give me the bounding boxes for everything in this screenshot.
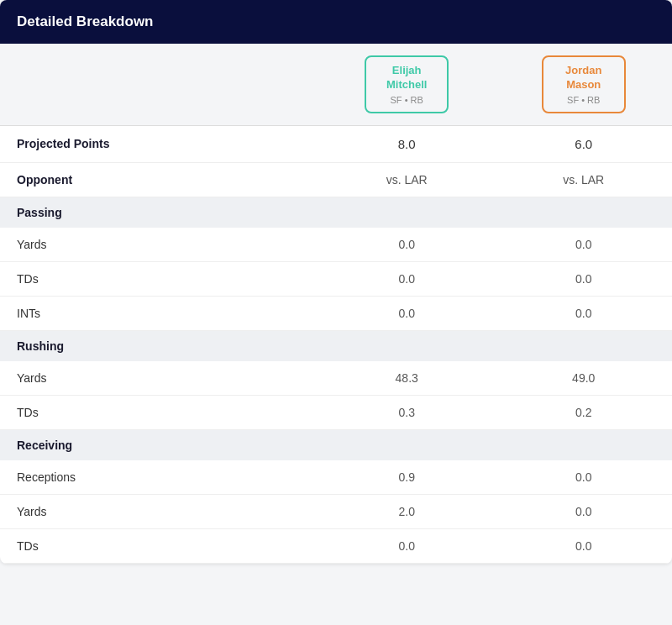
passing-section-header: Passing — [0, 197, 672, 228]
receiving-receptions-p2: 0.0 — [495, 460, 672, 495]
passing-label: Passing — [0, 197, 672, 228]
passing-ints-label: INTs — [0, 296, 318, 330]
passing-ints-p1: 0.0 — [318, 296, 496, 330]
opponent-label: Opponent — [0, 162, 318, 197]
rushing-section-header: Rushing — [0, 330, 672, 361]
passing-tds-label: TDs — [0, 261, 318, 296]
receiving-yards-row: Yards 2.0 0.0 — [0, 494, 672, 528]
receiving-tds-row: TDs 0.0 0.0 — [0, 528, 672, 563]
rushing-yards-label: Yards — [0, 361, 318, 396]
projected-points-row: Projected Points 8.0 6.0 — [0, 125, 672, 162]
player2-card: JordanMason SF • RB — [542, 55, 626, 113]
player2-header: JordanMason SF • RB — [495, 44, 672, 125]
passing-tds-p2: 0.0 — [495, 261, 672, 296]
receiving-yards-label: Yards — [0, 494, 318, 528]
passing-yards-row: Yards 0.0 0.0 — [0, 228, 672, 262]
rushing-tds-label: TDs — [0, 395, 318, 429]
rushing-label: Rushing — [0, 330, 672, 361]
receiving-yards-p2: 0.0 — [495, 494, 672, 528]
player-header-row: ElijahMitchell SF • RB JordanMason SF • … — [0, 44, 672, 125]
card-title: Detailed Breakdown — [17, 13, 154, 29]
empty-header-cell — [0, 44, 318, 125]
receiving-receptions-row: Receptions 0.9 0.0 — [0, 460, 672, 495]
rushing-tds-p1: 0.3 — [318, 395, 496, 429]
receiving-tds-p1: 0.0 — [318, 528, 496, 563]
passing-yards-p1: 0.0 — [318, 228, 496, 262]
card-header: Detailed Breakdown — [0, 0, 672, 44]
passing-yards-label: Yards — [0, 228, 318, 262]
projected-points-p2: 6.0 — [495, 125, 672, 162]
passing-tds-row: TDs 0.0 0.0 — [0, 261, 672, 296]
player2-team: SF • RB — [567, 95, 600, 105]
passing-ints-row: INTs 0.0 0.0 — [0, 296, 672, 330]
opponent-p2: vs. LAR — [495, 162, 672, 197]
rushing-tds-p2: 0.2 — [495, 395, 672, 429]
receiving-receptions-p1: 0.9 — [318, 460, 496, 495]
projected-points-label: Projected Points — [0, 125, 318, 162]
table-container: ElijahMitchell SF • RB JordanMason SF • … — [0, 44, 672, 564]
opponent-p1: vs. LAR — [318, 162, 496, 197]
player1-card: ElijahMitchell SF • RB — [365, 55, 449, 113]
opponent-row: Opponent vs. LAR vs. LAR — [0, 162, 672, 197]
receiving-section-header: Receiving — [0, 429, 672, 460]
receiving-label: Receiving — [0, 429, 672, 460]
rushing-yards-p1: 48.3 — [318, 361, 496, 396]
receiving-tds-p2: 0.0 — [495, 528, 672, 563]
rushing-yards-row: Yards 48.3 49.0 — [0, 361, 672, 396]
receiving-tds-label: TDs — [0, 528, 318, 563]
passing-tds-p1: 0.0 — [318, 261, 496, 296]
rushing-yards-p2: 49.0 — [495, 361, 672, 396]
projected-points-p1: 8.0 — [318, 125, 496, 162]
passing-yards-p2: 0.0 — [495, 228, 672, 262]
receiving-receptions-label: Receptions — [0, 460, 318, 495]
detailed-breakdown-card: Detailed Breakdown ElijahMitchell SF • R… — [0, 0, 672, 564]
receiving-yards-p1: 2.0 — [318, 494, 496, 528]
player1-team: SF • RB — [391, 95, 423, 105]
player2-name: JordanMason — [565, 64, 601, 92]
passing-ints-p2: 0.0 — [495, 296, 672, 330]
rushing-tds-row: TDs 0.3 0.2 — [0, 395, 672, 429]
player1-name: ElijahMitchell — [386, 64, 427, 92]
player1-header: ElijahMitchell SF • RB — [318, 44, 496, 125]
breakdown-table: ElijahMitchell SF • RB JordanMason SF • … — [0, 44, 672, 564]
